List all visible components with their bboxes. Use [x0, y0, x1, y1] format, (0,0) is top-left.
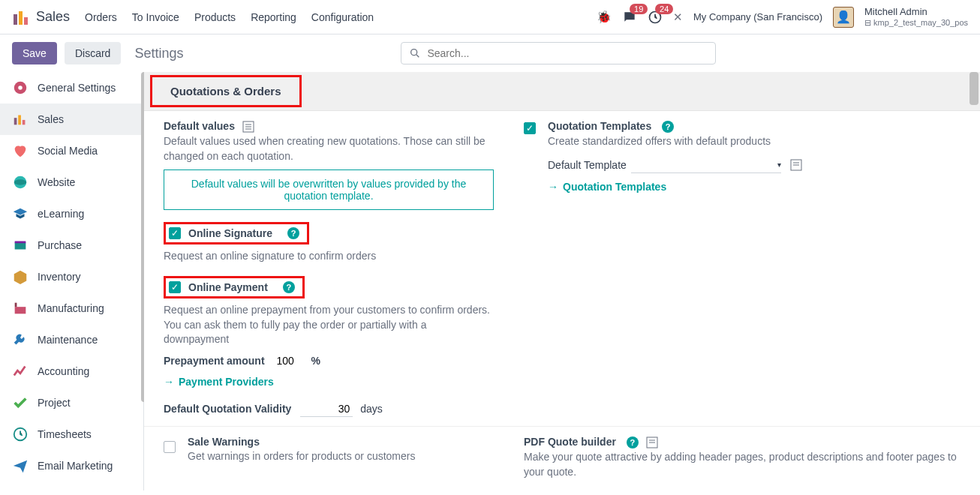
- search-box[interactable]: [401, 42, 716, 64]
- sidebar-item-timesheets[interactable]: Timesheets: [0, 418, 143, 450]
- pdf-builder-title: PDF Quote builder: [524, 436, 616, 448]
- globe-icon: [12, 174, 29, 190]
- sales-icon: [12, 111, 29, 128]
- validity-label: Default Quotation Validity: [164, 403, 291, 415]
- svg-rect-10: [23, 120, 26, 124]
- bug-icon[interactable]: 🐞: [597, 10, 612, 24]
- purchase-icon: [12, 237, 29, 254]
- online-signature-checkbox[interactable]: [169, 227, 181, 239]
- gear-icon: [12, 80, 29, 96]
- pdf-builder-desc: Make your quote attractive by adding hea…: [524, 450, 960, 479]
- plane-icon: [12, 458, 29, 474]
- svg-rect-2: [24, 17, 28, 25]
- sidebar-item-website[interactable]: Website: [0, 166, 143, 198]
- activity-icon[interactable]: 24: [648, 10, 663, 25]
- sidebar-item-purchase[interactable]: Purchase: [0, 230, 143, 261]
- sidebar-item-manufacturing[interactable]: Manufacturing: [0, 292, 143, 324]
- save-button[interactable]: Save: [12, 42, 57, 64]
- chat-badge: 19: [630, 4, 648, 14]
- online-payment-checkbox[interactable]: [169, 281, 181, 293]
- check-icon: [12, 394, 29, 411]
- action-bar: Save Discard Settings: [0, 34, 980, 72]
- sidebar-item-accounting[interactable]: Accounting: [0, 356, 143, 387]
- prepay-label: Prepayment amount: [164, 355, 265, 367]
- default-template-label: Default Template: [548, 159, 627, 171]
- help-icon[interactable]: ?: [627, 436, 639, 448]
- nav-configuration[interactable]: Configuration: [311, 11, 374, 23]
- sale-warnings-desc: Get warnings in orders for products or c…: [188, 449, 415, 464]
- svg-point-4: [411, 50, 417, 56]
- svg-rect-0: [14, 14, 17, 25]
- sale-warnings-checkbox[interactable]: [164, 441, 176, 453]
- payment-providers-link[interactable]: →Payment Providers: [164, 376, 494, 388]
- svg-rect-9: [18, 116, 21, 125]
- section-header: Quotations & Orders: [150, 75, 302, 107]
- user-menu[interactable]: Mitchell Admin ⊟ kmp_2_test_may_30_pos: [864, 7, 968, 26]
- online-payment-title: Online Payment: [188, 281, 268, 293]
- help-icon[interactable]: ?: [287, 227, 299, 239]
- chat-icon[interactable]: 19: [622, 10, 637, 25]
- quotation-templates-checkbox[interactable]: [524, 122, 536, 134]
- nav-links: Orders To Invoice Products Reporting Con…: [85, 11, 374, 23]
- default-values-info: Default values will be overwritten by va…: [164, 170, 494, 210]
- svg-point-7: [18, 86, 23, 90]
- validity-input[interactable]: [300, 401, 353, 417]
- sidebar-item-general-settings[interactable]: General Settings: [0, 72, 143, 104]
- factory-icon: [12, 300, 29, 316]
- svg-rect-8: [14, 118, 17, 124]
- svg-rect-1: [19, 11, 23, 25]
- sale-warnings-title: Sale Warnings: [188, 436, 260, 448]
- dev-icon[interactable]: [646, 436, 658, 448]
- nav-reporting[interactable]: Reporting: [251, 11, 296, 23]
- company-name[interactable]: My Company (San Francisco): [693, 11, 822, 22]
- page-title: Settings: [134, 46, 183, 62]
- app-title[interactable]: Sales: [36, 9, 70, 25]
- nav-products[interactable]: Products: [194, 11, 236, 23]
- svg-line-5: [416, 55, 419, 57]
- prepay-unit: %: [311, 355, 320, 367]
- validity-unit: days: [360, 403, 383, 415]
- clock-icon: [12, 426, 29, 442]
- dev-icon[interactable]: [790, 159, 802, 171]
- avatar[interactable]: 👤: [833, 7, 854, 28]
- app-icon: [12, 8, 30, 26]
- online-signature-title: Online Signature: [188, 227, 272, 239]
- default-template-select[interactable]: ▾: [631, 157, 781, 173]
- wrench-icon[interactable]: ✕: [673, 10, 683, 24]
- quotation-templates-link[interactable]: →Quotation Templates: [548, 181, 960, 193]
- activity-badge: 24: [655, 4, 673, 14]
- sidebar-item-social-media[interactable]: Social Media: [0, 135, 143, 166]
- users-icon: [12, 489, 29, 490]
- prepay-input[interactable]: [273, 353, 303, 368]
- search-input[interactable]: [427, 47, 708, 59]
- sidebar-item-sales[interactable]: Sales: [0, 104, 143, 135]
- help-icon[interactable]: ?: [662, 121, 674, 133]
- box-icon: [12, 268, 29, 285]
- quotation-templates-desc: Create standardized offers with default …: [548, 134, 960, 149]
- settings-content: Quotations & Orders Default values Defau…: [144, 72, 980, 490]
- sidebar-item-maintenance[interactable]: Maintenance: [0, 324, 143, 356]
- svg-rect-15: [15, 307, 26, 314]
- chart-icon: [12, 363, 29, 380]
- settings-sidebar: General Settings Sales Social Media Webs…: [0, 72, 144, 490]
- svg-rect-14: [15, 242, 26, 244]
- sidebar-item-project[interactable]: Project: [0, 387, 143, 418]
- svg-rect-16: [15, 303, 17, 308]
- discard-button[interactable]: Discard: [65, 42, 121, 64]
- nav-to-invoice[interactable]: To Invoice: [132, 11, 179, 23]
- quotation-templates-title: Quotation Templates: [548, 120, 651, 132]
- svg-point-12: [14, 179, 27, 184]
- sidebar-item-employees[interactable]: Employees: [0, 482, 143, 490]
- sidebar-item-elearning[interactable]: eLearning: [0, 198, 143, 230]
- wrench-icon: [12, 332, 29, 348]
- sidebar-item-inventory[interactable]: Inventory: [0, 261, 143, 292]
- online-payment-desc: Request an online prepayment from your c…: [164, 303, 494, 347]
- nav-orders[interactable]: Orders: [85, 11, 117, 23]
- user-db: ⊟ kmp_2_test_may_30_pos: [864, 18, 968, 27]
- sidebar-item-email-marketing[interactable]: Email Marketing: [0, 450, 143, 482]
- dev-icon[interactable]: [242, 121, 254, 133]
- default-values-title: Default values: [164, 120, 235, 132]
- content-scrollbar-thumb[interactable]: [969, 72, 978, 105]
- help-icon[interactable]: ?: [283, 281, 295, 293]
- online-signature-desc: Request an online signature to confirm o…: [164, 249, 494, 264]
